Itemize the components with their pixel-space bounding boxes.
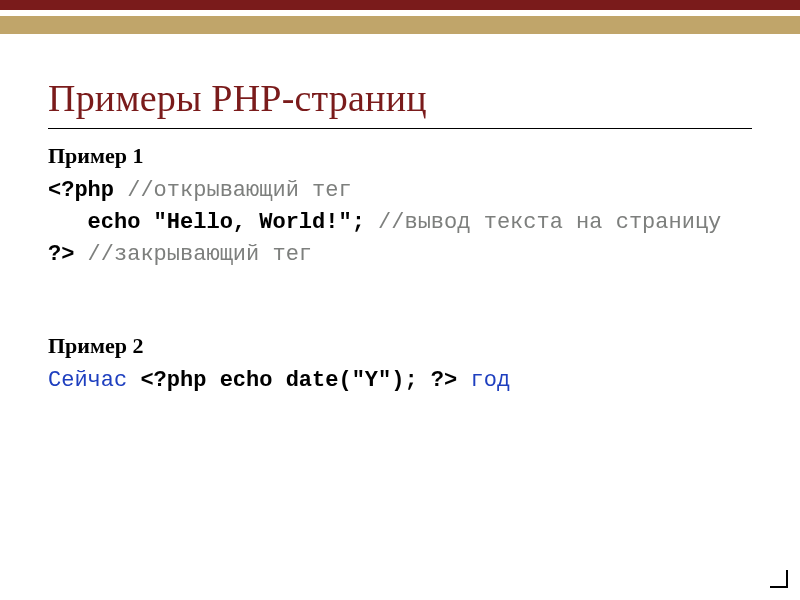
code-line-1: <?php //открывающий тег	[48, 175, 752, 207]
code-text: год	[457, 368, 510, 393]
code-text: Сейчас	[48, 368, 140, 393]
example-2: Пример 2 Сейчас <?php echo date("Y"); ?>…	[48, 333, 752, 397]
top-decoration	[0, 0, 800, 34]
code-line-3: ?> //закрывающий тег	[48, 239, 752, 271]
code-keyword: <?php	[48, 178, 127, 203]
code-comment: //вывод текста на страницу	[378, 210, 721, 235]
code-line-2: echo "Hello, World!"; //вывод текста на …	[48, 207, 752, 239]
example-2-heading: Пример 2	[48, 333, 752, 359]
slide-title: Примеры PHP-страниц	[48, 76, 752, 129]
stripe-dark	[0, 0, 800, 10]
stripe-light	[0, 16, 800, 34]
example-1: Пример 1 <?php //открывающий тег echo "H…	[48, 143, 752, 271]
code-keyword: ?>	[48, 242, 88, 267]
slide-content: Примеры PHP-страниц Пример 1 <?php //отк…	[0, 34, 800, 397]
code-keyword: echo "Hello, World!";	[48, 210, 378, 235]
example-1-heading: Пример 1	[48, 143, 752, 169]
code-keyword: <?php echo date("Y"); ?>	[140, 368, 457, 393]
code-line-4: Сейчас <?php echo date("Y"); ?> год	[48, 365, 752, 397]
code-comment: //закрывающий тег	[88, 242, 312, 267]
code-comment: //открывающий тег	[127, 178, 351, 203]
corner-mark-icon	[770, 570, 788, 588]
